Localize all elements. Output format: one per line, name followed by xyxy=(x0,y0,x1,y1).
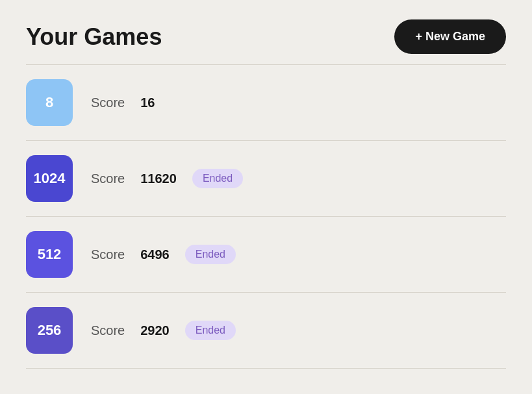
page-title: Your Games xyxy=(26,23,162,51)
game-list: 8Score161024Score11620Ended512Score6496E… xyxy=(26,65,506,369)
game-tile: 1024 xyxy=(26,155,73,202)
score-value: 6496 xyxy=(140,247,170,262)
game-info: Score2920Ended xyxy=(91,321,236,340)
game-item[interactable]: 512Score6496Ended xyxy=(26,217,506,293)
score-label: Score xyxy=(91,95,125,110)
new-game-button[interactable]: + New Game xyxy=(394,19,506,54)
score-value: 16 xyxy=(140,95,155,110)
score-label: Score xyxy=(91,247,125,262)
main-container: Your Games + New Game 8Score161024Score1… xyxy=(26,19,506,369)
ended-badge: Ended xyxy=(192,169,243,188)
score-value: 11620 xyxy=(140,171,177,186)
page-header: Your Games + New Game xyxy=(26,19,506,54)
score-label: Score xyxy=(91,171,125,186)
ended-badge: Ended xyxy=(185,321,236,340)
score-value: 2920 xyxy=(140,323,170,338)
game-info: Score11620Ended xyxy=(91,169,243,188)
score-label: Score xyxy=(91,323,125,338)
ended-badge: Ended xyxy=(185,245,236,264)
game-tile: 512 xyxy=(26,231,73,278)
game-item[interactable]: 1024Score11620Ended xyxy=(26,141,506,217)
game-info: Score6496Ended xyxy=(91,245,236,264)
game-tile: 256 xyxy=(26,307,73,354)
game-item[interactable]: 256Score2920Ended xyxy=(26,293,506,369)
game-info: Score16 xyxy=(91,95,155,110)
game-tile: 8 xyxy=(26,79,73,126)
game-item[interactable]: 8Score16 xyxy=(26,65,506,141)
